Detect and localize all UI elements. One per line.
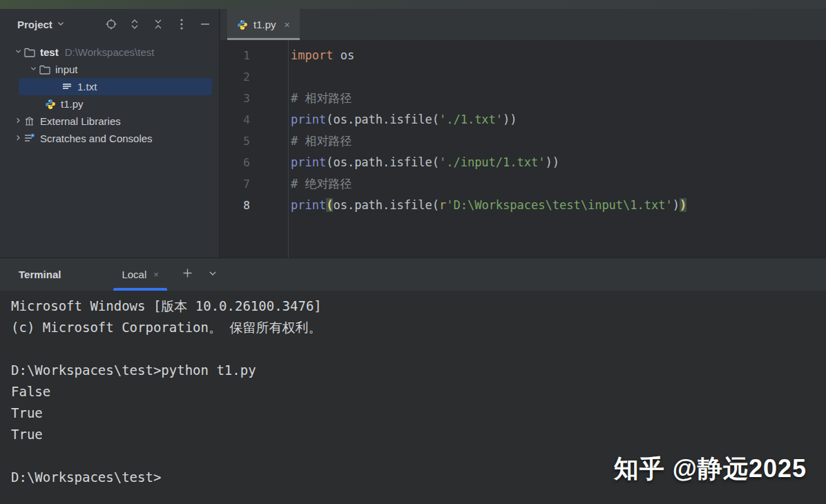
- code-line[interactable]: 6print(os.path.isfile('./input/1.txt')): [220, 152, 826, 173]
- terminal-header: Terminal Local ×: [0, 258, 826, 291]
- code-text: print(os.path.isfile(r'D:\Workspaces\tes…: [288, 195, 686, 216]
- code-text: import os: [288, 45, 354, 66]
- collapse-all-icon[interactable]: [151, 17, 165, 31]
- terminal-line: [11, 338, 826, 360]
- code-text: # 相对路径: [288, 88, 352, 109]
- tree-item-label: t1.py: [61, 98, 84, 110]
- terminal-line: (c) Microsoft Corporation。 保留所有权利。: [11, 317, 826, 338]
- tree-item-label: 1.txt: [77, 81, 97, 93]
- line-number: 3: [220, 88, 288, 109]
- python-file-icon: [44, 98, 56, 110]
- tree-item-input[interactable]: input: [0, 61, 219, 78]
- chevron-right-icon[interactable]: [12, 117, 23, 126]
- tree-item-t1py[interactable]: t1.py: [0, 95, 219, 113]
- folder-icon: [39, 64, 50, 75]
- gutter-separator: [288, 40, 289, 258]
- terminal-line: True: [11, 403, 826, 424]
- tree-item-path: D:\Workspaces\test: [65, 46, 155, 58]
- line-number: 2: [220, 66, 288, 88]
- code-editor[interactable]: 1import os23# 相对路径4print(os.path.isfile(…: [220, 40, 826, 258]
- editor-tab-t1py[interactable]: t1.py ×: [227, 9, 300, 40]
- tree-item-1txt-selected[interactable]: 1.txt: [0, 78, 219, 95]
- line-number: 6: [220, 152, 288, 173]
- selection-highlight: [19, 78, 212, 95]
- terminal-title[interactable]: Terminal: [19, 269, 61, 280]
- python-file-icon: [237, 19, 248, 30]
- terminal-options-chevron-icon[interactable]: [208, 269, 218, 281]
- terminal-line: False: [11, 381, 826, 403]
- chevron-down-icon[interactable]: [12, 48, 23, 57]
- ide-window: Project: [0, 0, 826, 504]
- code-text: # 相对路径: [288, 130, 352, 152]
- libraries-icon: [23, 115, 35, 127]
- project-panel-header: Project: [0, 9, 219, 39]
- terminal-tab-label: Local: [122, 269, 146, 280]
- code-line[interactable]: 5# 相对路径: [220, 130, 826, 152]
- tree-item-label: External Libraries: [40, 115, 121, 127]
- line-number: 8: [220, 195, 288, 216]
- line-number: 4: [220, 109, 288, 130]
- terminal-tab-local[interactable]: Local ×: [113, 258, 166, 291]
- code-line[interactable]: 3# 相对路径: [220, 88, 826, 109]
- chevron-down-icon[interactable]: [57, 18, 65, 30]
- tab-label: t1.py: [253, 19, 276, 30]
- tree-item-label: test: [40, 46, 59, 58]
- close-terminal-tab-icon[interactable]: ×: [153, 269, 159, 280]
- terminal-line: True: [11, 424, 826, 445]
- editor-tab-bar: t1.py ×: [220, 9, 826, 40]
- tree-item-test[interactable]: test D:\Workspaces\test: [0, 43, 219, 61]
- editor-area: t1.py × 1import os23# 相对路径4print(os.path…: [220, 9, 826, 258]
- watermark: 知乎 @静远2025: [614, 452, 807, 486]
- project-tree: test D:\Workspaces\test input 1.txt: [0, 39, 219, 147]
- text-file-icon: [61, 81, 73, 93]
- code-line[interactable]: 1import os: [220, 45, 826, 66]
- tree-item-label: Scratches and Consoles: [40, 133, 153, 144]
- code-line[interactable]: 4print(os.path.isfile('./1.txt')): [220, 109, 826, 130]
- project-panel-title[interactable]: Project: [17, 19, 52, 30]
- chevron-right-icon[interactable]: [12, 134, 23, 143]
- folder-icon: [23, 46, 35, 58]
- code-line[interactable]: 2: [220, 66, 826, 88]
- tree-item-scratches[interactable]: Scratches and Consoles: [0, 130, 219, 147]
- terminal-line: Microsoft Windows [版本 10.0.26100.3476]: [11, 295, 826, 317]
- tree-item-label: input: [55, 64, 78, 75]
- new-terminal-icon[interactable]: [182, 268, 193, 281]
- code-line[interactable]: 8print(os.path.isfile(r'D:\Workspaces\te…: [220, 195, 826, 216]
- project-panel: Project: [0, 9, 220, 258]
- tree-item-external-libraries[interactable]: External Libraries: [0, 113, 219, 130]
- code-line[interactable]: 7# 绝对路径: [220, 173, 826, 195]
- locate-file-icon[interactable]: [104, 17, 118, 31]
- more-options-icon[interactable]: [175, 17, 189, 31]
- terminal-line: D:\Workspaces\test>python t1.py: [11, 360, 826, 381]
- close-tab-icon[interactable]: ×: [285, 19, 290, 30]
- line-number: 1: [220, 45, 288, 66]
- line-number: 5: [220, 130, 288, 152]
- window-top-strip: [0, 0, 826, 9]
- hide-panel-icon[interactable]: [198, 17, 212, 31]
- scratches-icon: [23, 133, 35, 144]
- code-text: print(os.path.isfile('./1.txt')): [288, 109, 517, 130]
- code-text: # 绝对路径: [288, 173, 352, 195]
- expand-all-icon[interactable]: [128, 17, 142, 31]
- chevron-down-icon[interactable]: [28, 65, 39, 74]
- line-number: 7: [220, 173, 288, 195]
- code-text: print(os.path.isfile('./input/1.txt')): [288, 152, 559, 173]
